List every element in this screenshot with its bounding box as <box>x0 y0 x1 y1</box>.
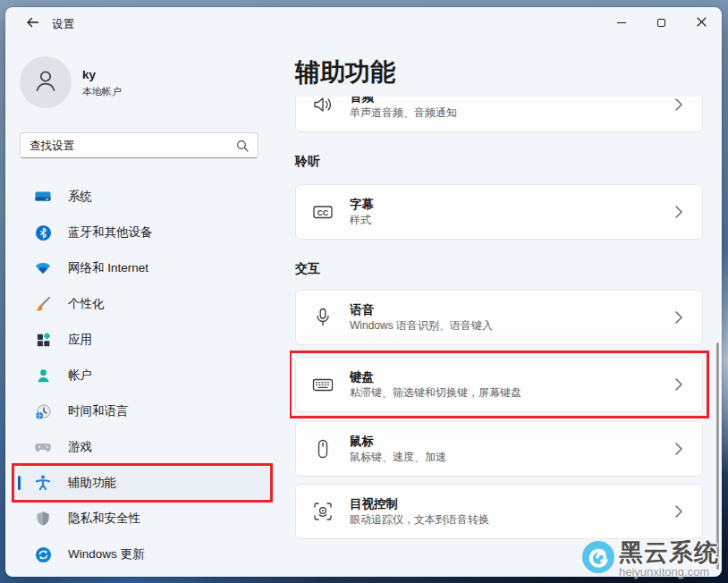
mouse-card[interactable]: 鼠标 鼠标键、速度、加速 <box>295 421 703 477</box>
user-account-type: 本地帐户 <box>82 85 122 98</box>
windows-update-icon <box>34 545 52 563</box>
mouse-icon <box>311 437 334 460</box>
speech-icon <box>311 306 334 329</box>
accounts-icon <box>34 367 52 384</box>
settings-window: 设置 ky 本地帐户 系统 <box>5 7 722 577</box>
titlebar: 设置 <box>5 7 722 39</box>
captions-icon: CC <box>311 200 334 224</box>
audio-card[interactable]: 音频 单声道音频、音频通知 <box>295 97 703 132</box>
keyboard-icon <box>311 373 334 396</box>
apps-icon <box>34 331 52 349</box>
section-header-interaction: 交互 <box>295 259 708 277</box>
minimize-button[interactable] <box>601 7 641 38</box>
sidebar-item-bluetooth-devices[interactable]: 蓝牙和其他设备 <box>18 216 273 249</box>
section-header-hearing: 聆听 <box>295 152 708 170</box>
close-button[interactable] <box>681 7 722 38</box>
sidebar-nav: 系统 蓝牙和其他设备 网络和 Internet 个性化 <box>12 181 273 574</box>
sidebar-item-privacy-security[interactable]: 隐私和安全性 <box>18 503 273 535</box>
card-subtitle: 样式 <box>350 214 374 227</box>
back-button[interactable] <box>18 14 47 34</box>
card-subtitle: 单声道音频、音频通知 <box>350 106 457 120</box>
card-title: 语音 <box>350 302 493 317</box>
audio-icon <box>311 97 334 116</box>
watermark: 黑云系统 heiyunxitong.com <box>581 540 719 578</box>
search-box <box>20 132 258 158</box>
selected-indicator <box>18 476 21 490</box>
app-title: 设置 <box>52 17 74 32</box>
minimize-icon <box>617 22 626 23</box>
card-title: 鼠标 <box>350 434 446 449</box>
keyboard-highlight-box: 键盘 粘滞键、筛选键和切换键，屏幕键盘 <box>290 351 709 418</box>
bluetooth-icon <box>34 224 52 241</box>
watermark-domain: heiyunxitong.com <box>619 566 719 578</box>
svg-text:CC: CC <box>317 208 328 217</box>
chevron-right-icon <box>675 98 682 111</box>
sidebar-item-gaming[interactable]: 游戏 <box>18 431 273 463</box>
sidebar-item-time-language[interactable]: 时间和语言 <box>18 395 273 427</box>
card-title: 键盘 <box>350 369 521 384</box>
scrollbar[interactable] <box>716 342 719 570</box>
search-icon <box>236 139 249 152</box>
search-input[interactable] <box>21 139 236 152</box>
speech-card[interactable]: 语音 Windows 语音识别、语音键入 <box>295 290 703 345</box>
system-icon <box>34 188 52 206</box>
arrow-left-icon <box>26 16 39 32</box>
watermark-brand: 黑云系统 <box>619 540 719 565</box>
privacy-icon <box>34 510 52 528</box>
eye-control-icon <box>311 500 334 523</box>
captions-card[interactable]: CC 字幕 样式 <box>295 184 703 240</box>
personalization-icon <box>34 295 52 313</box>
chevron-right-icon <box>675 505 682 518</box>
card-subtitle: 粘滞键、筛选键和切换键，屏幕键盘 <box>350 386 521 400</box>
heiyun-logo-icon <box>581 540 615 574</box>
card-title: 目视控制 <box>350 496 489 511</box>
sidebar-item-accessibility[interactable]: 辅助功能 <box>18 467 273 499</box>
gaming-icon <box>34 438 52 456</box>
network-icon <box>34 259 52 277</box>
chevron-right-icon <box>675 378 682 391</box>
page-title: 辅助功能 <box>295 55 395 89</box>
card-title: 字幕 <box>350 197 374 212</box>
close-icon <box>697 14 707 30</box>
maximize-icon <box>657 19 665 27</box>
eye-control-card[interactable]: 目视控制 眼动追踪仪，文本到语音转换 <box>295 484 703 539</box>
sidebar-item-system[interactable]: 系统 <box>18 181 273 213</box>
sidebar-item-personalization[interactable]: 个性化 <box>18 288 273 320</box>
card-subtitle: Windows 语音识别、语音键入 <box>350 319 493 333</box>
maximize-button[interactable] <box>641 7 681 38</box>
user-name: ky <box>82 68 96 81</box>
card-subtitle: 鼠标键、速度、加速 <box>350 451 446 464</box>
avatar[interactable] <box>20 56 72 108</box>
person-icon <box>30 65 61 99</box>
accessibility-icon <box>34 474 52 492</box>
card-title: 音频 <box>350 97 457 105</box>
chevron-right-icon <box>675 206 682 218</box>
sidebar-item-apps[interactable]: 应用 <box>18 324 273 356</box>
keyboard-card[interactable]: 键盘 粘滞键、筛选键和切换键，屏幕键盘 <box>295 357 703 412</box>
sidebar-item-windows-update[interactable]: Windows 更新 <box>18 538 273 570</box>
sidebar-item-accounts[interactable]: 帐户 <box>18 359 273 392</box>
chevron-right-icon <box>675 443 682 455</box>
sidebar-item-network[interactable]: 网络和 Internet <box>18 252 273 284</box>
card-subtitle: 眼动追踪仪，文本到语音转换 <box>350 513 489 527</box>
time-language-icon <box>34 402 52 420</box>
settings-scroll-area: 音频 单声道音频、音频通知 聆听 CC 字幕 样式 <box>290 97 719 577</box>
chevron-right-icon <box>675 311 682 324</box>
window-controls <box>601 7 722 38</box>
